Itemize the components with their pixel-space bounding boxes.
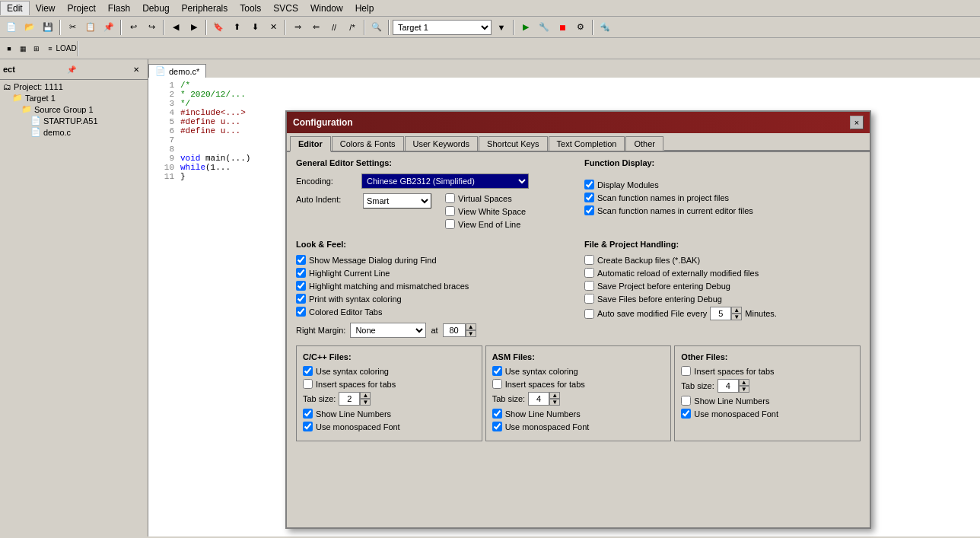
load-btn[interactable]: LOAD xyxy=(58,40,75,57)
stop-btn[interactable]: ⏹ xyxy=(554,19,571,36)
highlight-matching-cb[interactable] xyxy=(296,281,306,291)
small-btn2[interactable]: ▦ xyxy=(17,43,29,55)
small-btn1[interactable]: ■ xyxy=(3,43,15,55)
target-dropdown-btn[interactable]: ▼ xyxy=(493,19,510,36)
copy-btn[interactable]: 📋 xyxy=(82,19,99,36)
other-use-monospaced-cb[interactable] xyxy=(681,409,691,419)
menu-debug[interactable]: Debug xyxy=(136,2,175,15)
view-white-space-cb[interactable] xyxy=(445,206,455,216)
menu-edit[interactable]: Edit xyxy=(0,1,30,15)
tab-text-completion[interactable]: Text Completion xyxy=(549,136,625,151)
source-group-node[interactable]: 📁 Source Group 1 xyxy=(20,103,146,115)
nav-forward-btn[interactable]: ▶ xyxy=(186,19,202,36)
menu-svcs[interactable]: SVCS xyxy=(267,2,304,15)
build-btn[interactable]: ▶ xyxy=(517,19,534,36)
tab-user-keywords[interactable]: User Keywords xyxy=(405,136,479,151)
menu-peripherals[interactable]: Peripherals xyxy=(176,2,234,15)
save-files-cb[interactable] xyxy=(584,294,594,304)
encoding-select[interactable]: Chinese GB2312 (Simplified) xyxy=(361,173,529,189)
asm-show-line-numbers-cb[interactable] xyxy=(492,409,502,419)
save-btn[interactable]: 💾 xyxy=(40,19,56,36)
other-tab-up[interactable]: ▲ xyxy=(739,379,749,386)
menu-help[interactable]: Help xyxy=(349,2,380,15)
asm-tab-down[interactable]: ▼ xyxy=(549,399,560,406)
auto-save-cb[interactable] xyxy=(584,309,594,319)
build2-btn[interactable]: 🔧 xyxy=(536,19,552,36)
new-file-btn[interactable]: 📄 xyxy=(3,19,20,36)
virtual-spaces-cb[interactable] xyxy=(445,193,455,203)
file2-node[interactable]: 📄 demo.c xyxy=(29,126,146,138)
panel-pin-btn[interactable]: 📌 xyxy=(63,61,80,78)
nav-back-btn[interactable]: ◀ xyxy=(167,19,184,36)
dialog-close-btn[interactable]: × xyxy=(850,116,864,129)
tab-other[interactable]: Other xyxy=(625,136,663,151)
batch-btn[interactable]: ⚙ xyxy=(572,19,589,36)
colored-editor-tabs-cb[interactable] xyxy=(296,307,306,317)
tab-colors-fonts[interactable]: Colors & Fonts xyxy=(332,136,404,151)
comment-btn[interactable]: // xyxy=(326,19,342,36)
panel-close-btn[interactable]: ✕ xyxy=(128,61,145,78)
tab-shortcut-keys[interactable]: Shortcut Keys xyxy=(479,136,547,151)
right-margin-select[interactable]: None xyxy=(350,323,426,338)
cpp-tab-down[interactable]: ▼ xyxy=(360,399,371,406)
auto-save-down[interactable]: ▼ xyxy=(731,314,742,320)
small-btn3[interactable]: ⊞ xyxy=(30,43,43,55)
auto-save-input[interactable] xyxy=(710,307,731,320)
menu-flash[interactable]: Flash xyxy=(102,2,136,15)
cut-btn[interactable]: ✂ xyxy=(64,19,81,36)
other-tab-down[interactable]: ▼ xyxy=(739,386,749,393)
undo-btn[interactable]: ↩ xyxy=(125,19,142,36)
asm-insert-spaces-cb[interactable] xyxy=(492,379,502,389)
settings-btn[interactable]: 🔩 xyxy=(597,19,613,36)
file1-node[interactable]: 📄 STARTUP.A51 xyxy=(29,115,146,126)
asm-tab-input[interactable] xyxy=(528,392,549,406)
clear-bookmarks-btn[interactable]: ✕ xyxy=(265,19,282,36)
cpp-use-monospaced-cb[interactable] xyxy=(303,422,313,431)
tab-editor[interactable]: Editor xyxy=(290,136,331,152)
show-message-cb[interactable] xyxy=(296,255,306,265)
scan-function-editor-cb[interactable] xyxy=(584,205,594,215)
create-backup-cb[interactable] xyxy=(584,255,594,265)
target-node[interactable]: 📁 Target 1 xyxy=(11,92,146,103)
view-end-of-line-cb[interactable] xyxy=(445,219,455,229)
cpp-tab-input[interactable] xyxy=(339,392,360,406)
auto-reload-cb[interactable] xyxy=(584,268,594,278)
next-bookmark-btn[interactable]: ⬇ xyxy=(247,19,263,36)
redo-btn[interactable]: ↪ xyxy=(143,19,160,36)
small-btn4[interactable]: ≡ xyxy=(44,43,56,55)
menu-view[interactable]: View xyxy=(30,2,62,15)
other-tab-input[interactable] xyxy=(718,379,739,393)
project-node[interactable]: 🗂 Project: 1111 xyxy=(2,81,146,92)
asm-use-syntax-cb[interactable] xyxy=(492,366,502,376)
asm-tab-up[interactable]: ▲ xyxy=(549,392,560,399)
other-insert-spaces-cb[interactable] xyxy=(681,366,691,376)
print-syntax-cb[interactable] xyxy=(296,294,306,304)
display-modules-cb[interactable] xyxy=(584,180,594,189)
unindent-btn[interactable]: ⇐ xyxy=(307,19,324,36)
menu-tools[interactable]: Tools xyxy=(234,2,267,15)
find-btn[interactable]: 🔍 xyxy=(368,19,385,36)
prev-bookmark-btn[interactable]: ⬆ xyxy=(228,19,245,36)
cpp-show-line-numbers-cb[interactable] xyxy=(303,409,313,419)
target-select[interactable]: Target 1 xyxy=(393,20,492,35)
other-show-line-numbers-cb[interactable] xyxy=(681,396,691,406)
paste-btn[interactable]: 📌 xyxy=(100,19,117,36)
asm-use-monospaced-cb[interactable] xyxy=(492,422,502,431)
cpp-tab-up[interactable]: ▲ xyxy=(360,392,371,399)
bookmark-btn[interactable]: 🔖 xyxy=(210,19,227,36)
save-project-cb[interactable] xyxy=(584,281,594,291)
at-input[interactable] xyxy=(443,323,466,337)
uncomment-btn[interactable]: /* xyxy=(344,19,361,36)
demo-tab[interactable]: 📄 demo.c* xyxy=(148,64,206,78)
indent-btn[interactable]: ⇒ xyxy=(289,19,306,36)
highlight-current-cb[interactable] xyxy=(296,268,306,278)
scan-function-project-cb[interactable] xyxy=(584,193,594,202)
at-spin-up[interactable]: ▲ xyxy=(466,323,476,330)
cpp-use-syntax-cb[interactable] xyxy=(303,366,313,376)
open-btn[interactable]: 📂 xyxy=(21,19,38,36)
cpp-insert-spaces-cb[interactable] xyxy=(303,379,313,389)
at-spin-down[interactable]: ▼ xyxy=(466,330,476,337)
menu-project[interactable]: Project xyxy=(61,2,101,15)
auto-indent-select[interactable]: Smart xyxy=(363,193,431,209)
menu-window[interactable]: Window xyxy=(304,2,349,15)
